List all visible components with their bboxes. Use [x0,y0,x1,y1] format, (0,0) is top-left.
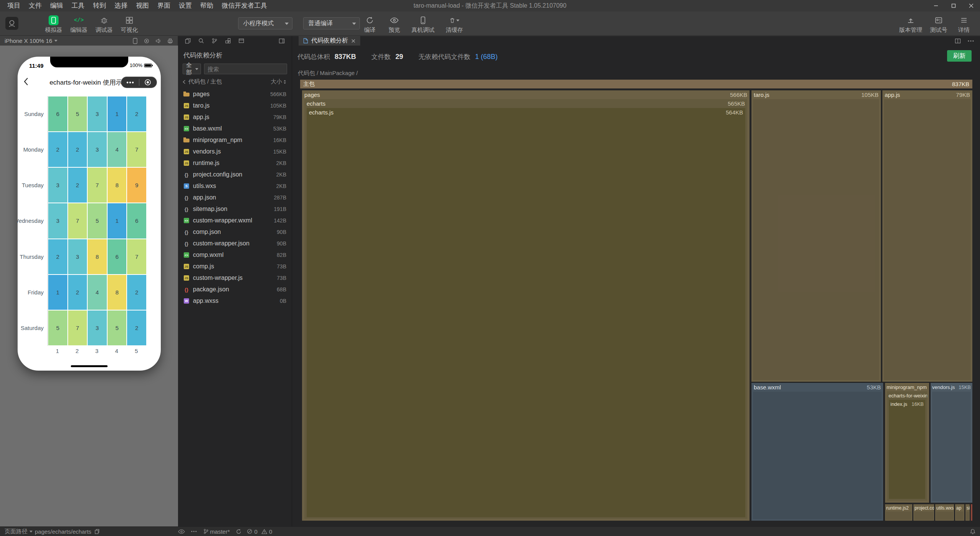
refresh-button[interactable]: 刷新 [947,50,972,62]
menu-item-转到[interactable]: 转到 [89,0,110,11]
treemap-block-taro[interactable]: taro.js 105KB [751,90,881,382]
treemap-block-echarts-js[interactable]: echarts.js 564KB [307,108,745,517]
device-frame-icon[interactable] [132,38,138,44]
more-icon[interactable] [191,531,197,532]
treemap-block-base-wxml[interactable]: base.wxml 53KB [751,383,883,521]
page-path-label[interactable]: 页面路径 [5,528,28,535]
sync-icon[interactable] [236,529,242,534]
simulator-button[interactable]: 模拟器 [43,11,64,34]
remote-debug-button[interactable]: 真机调试 [408,11,438,34]
record-icon[interactable] [144,38,149,44]
file-row[interactable]: comp.wxml82B [178,249,292,261]
details-button[interactable]: 详情 [953,11,975,34]
files-icon[interactable] [185,38,191,44]
treemap-block-sliver[interactable] [971,504,972,521]
file-row[interactable]: app.js79KB [178,111,292,123]
treemap-block-miniprogram-npm[interactable]: miniprogram_npm 16 echarts-for-weixin in… [885,383,929,503]
menu-item-帮助[interactable]: 帮助 [196,0,217,11]
git-branch-status[interactable]: master* [204,528,230,535]
more-icon[interactable] [968,40,974,42]
file-row[interactable]: taro.js105KB [178,100,292,111]
menu-item-设置[interactable]: 设置 [175,0,196,11]
treemap-root-bar[interactable]: 主包 837KB [300,80,972,88]
clear-cache-button[interactable]: 清缓存 [441,11,468,34]
treemap-breadcrumb[interactable]: 代码包 / MainPackage / [298,70,358,77]
tab-dependency-analysis[interactable]: 代码依赖分析 [299,36,360,46]
bell-icon[interactable] [970,529,975,534]
filter-select[interactable]: 全部 [183,64,201,74]
device-select[interactable]: iPhone X 100% 16 [5,38,52,44]
treemap-block-echarts[interactable]: echarts 565KB echarts.js 564KB [304,99,747,519]
file-row[interactable]: app.json287B [178,192,292,203]
maximize-button[interactable] [945,0,962,11]
menu-item-工具[interactable]: 工具 [67,0,89,11]
file-row[interactable]: vendors.js15KB [178,146,292,157]
search-icon[interactable] [198,38,204,44]
menu-item-界面[interactable]: 界面 [153,0,175,11]
treemap-block-pages[interactable]: pages 566KB echarts 565KB echarts.js 564… [302,90,750,521]
close-icon[interactable] [351,39,356,43]
error-count[interactable]: 0 [247,528,257,535]
phone-simulator[interactable]: 11:49 100% echarts-for-weixin 使用示例 [18,57,161,371]
file-row[interactable]: utils.wxs2KB [178,180,292,192]
file-row[interactable]: sitemap.json191B [178,203,292,215]
visualize-button[interactable]: 可视化 [119,11,140,34]
mode-select[interactable]: 小程序模式 [238,17,292,29]
warning-count[interactable]: 0 [261,528,272,535]
treemap-block-body [884,99,971,380]
file-row[interactable]: miniprogram_npm16KB [178,134,292,146]
file-row[interactable]: custom-wrapper.js73B [178,272,292,284]
preview-button[interactable]: 预览 [384,11,405,34]
editor-button[interactable]: 编辑器 [68,11,90,34]
treemap-block-app[interactable]: app.js 79KB [882,90,972,382]
layout-sidebar-icon[interactable] [279,38,285,44]
search-input[interactable] [204,64,287,74]
file-row[interactable]: base.wxml53KB [178,123,292,134]
menu-item-微信开发者工具[interactable]: 微信开发者工具 [217,0,271,11]
debugger-button[interactable]: 调试器 [93,11,115,34]
compile-button[interactable]: 编译 [359,11,381,34]
file-row[interactable]: project.config.json2KB [178,169,292,180]
preview-window-icon[interactable] [238,38,244,44]
menu-item-项目[interactable]: 项目 [3,0,24,11]
test-account-button[interactable]: 测试号 [928,11,949,34]
size-sort-header[interactable]: 大小 [271,78,286,85]
copy-icon[interactable] [95,529,100,534]
file-row[interactable]: custom-wrapper.json90B [178,238,292,249]
file-row[interactable]: custom-wrapper.wxml142B [178,215,292,226]
source-control-icon[interactable] [212,38,217,44]
file-row[interactable]: runtime.js2KB [178,157,292,169]
file-row[interactable]: comp.json90B [178,226,292,238]
sound-icon[interactable] [155,38,161,44]
stat-value[interactable]: 1 (68B) [475,53,498,61]
treemap-block-si[interactable]: si [965,504,970,521]
more-icon[interactable] [121,77,139,88]
treemap-block-index-js[interactable]: index.js 16KB [889,400,925,499]
file-row[interactable]: comp.js73B [178,261,292,272]
treemap-block-echarts-for-weixin[interactable]: echarts-for-weixin index.js 16KB [887,391,927,501]
menu-item-选择[interactable]: 选择 [110,0,132,11]
back-icon[interactable] [183,80,186,84]
compile-mode-select[interactable]: 普通编译 [303,17,360,29]
treemap-block-utilswxs[interactable]: utils.wxs [935,504,954,521]
menu-item-文件[interactable]: 文件 [24,0,46,11]
menu-item-编辑[interactable]: 编辑 [46,0,67,11]
treemap-block-runtimejs[interactable]: runtime.js2 [885,504,912,521]
treemap-block-ap[interactable]: ap [955,504,964,521]
file-row[interactable]: app.wxss0B [178,295,292,307]
exit-miniprogram-icon[interactable] [139,77,157,88]
minimize-button[interactable] [927,0,945,11]
version-manage-button[interactable]: 版本管理 [897,11,924,34]
treemap-block-vendors[interactable]: vendors.js 15KB [931,383,972,503]
heatmap-cell: 3 [87,310,107,346]
treemap-block-projectco[interactable]: project.co [913,504,934,521]
split-editor-icon[interactable] [955,38,961,44]
heatmap-cell: 2 [48,132,68,167]
extensions-icon[interactable] [225,38,231,44]
file-row[interactable]: pages566KB [178,88,292,100]
print-icon[interactable] [167,38,173,44]
menu-item-视图[interactable]: 视图 [132,0,153,11]
close-button[interactable] [962,0,980,11]
file-row[interactable]: package.json68B [178,284,292,295]
eye-icon[interactable] [178,529,185,534]
